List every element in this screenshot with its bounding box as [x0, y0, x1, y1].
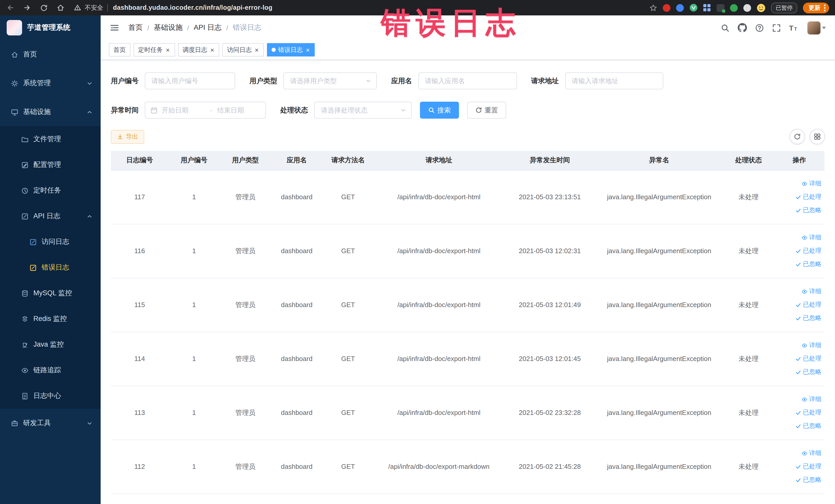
hamburger-icon[interactable]	[108, 21, 121, 35]
sidebar-item-dev-tools[interactable]: 研发工具	[0, 409, 101, 438]
close-icon[interactable]: ×	[305, 46, 310, 53]
app-title: 芋道管理系统	[27, 23, 70, 32]
update-button[interactable]: 更新	[803, 2, 829, 13]
sidebar-item-config-mgmt[interactable]: 配置管理	[0, 152, 101, 178]
blue-extension-icon[interactable]	[676, 4, 684, 12]
process-status-select[interactable]: 请选择处理状态	[314, 102, 412, 119]
breadcrumb-api-log[interactable]: API 日志	[194, 23, 222, 32]
help-icon[interactable]	[755, 23, 764, 32]
paused-badge[interactable]: 已暂停	[771, 2, 797, 13]
clock-icon	[21, 186, 29, 195]
breadcrumb-infra[interactable]: 基础设施	[154, 23, 183, 32]
sidebar-item-file-mgmt[interactable]: 文件管理	[0, 126, 101, 152]
cell-user-id: 1	[168, 170, 220, 224]
close-icon[interactable]: ×	[165, 46, 170, 53]
col-method: 请求方法名	[322, 151, 374, 170]
sidebar-item-log-center[interactable]: 日志中心	[0, 383, 101, 409]
cell-status: 未处理	[723, 440, 774, 493]
search-icon[interactable]	[721, 23, 730, 32]
detail-link[interactable]: 详细	[801, 446, 821, 460]
exception-time-range-picker[interactable]: 开始日期 - 结束日期	[145, 102, 266, 119]
refresh-button[interactable]	[790, 129, 805, 144]
cell-status: 未处理	[723, 332, 774, 386]
sidebar-item-link-tracing[interactable]: 链路追踪	[0, 357, 101, 383]
url-bar[interactable]: dashboard.yudao.iocoder.cn/infra/log/api…	[113, 4, 272, 11]
tag-tab-access-log[interactable]: 访问日志×	[222, 43, 264, 57]
detail-link[interactable]: 详细	[801, 231, 821, 244]
home-icon	[10, 50, 19, 59]
mark-ignored-link[interactable]: 已忽略	[795, 311, 821, 325]
col-request-url: 请求地址	[374, 151, 504, 170]
breadcrumb-home[interactable]: 首页	[128, 23, 143, 32]
reload-icon[interactable]	[40, 4, 48, 12]
avatar[interactable]	[807, 21, 826, 35]
close-icon[interactable]: ×	[254, 46, 259, 53]
monitor-icon	[10, 108, 19, 116]
detail-link[interactable]: 详细	[801, 285, 821, 298]
mark-ignored-link[interactable]: 已忽略	[795, 473, 821, 486]
sidebar-item-api-log[interactable]: API 日志	[0, 203, 101, 229]
cell-user-id: 1	[168, 278, 220, 332]
sidebar-item-error-log[interactable]: 错误日志	[0, 255, 101, 280]
user-id-input[interactable]	[145, 73, 235, 89]
reset-button[interactable]: 重置	[467, 102, 506, 119]
app-name-input[interactable]	[418, 73, 517, 89]
chevron-up-icon	[87, 109, 93, 115]
mark-ignored-link[interactable]: 已忽略	[795, 258, 821, 271]
github-icon[interactable]	[738, 23, 747, 32]
mark-processed-link[interactable]: 已处理	[795, 406, 821, 419]
on-badge-extension-icon[interactable]	[717, 4, 725, 12]
mark-ignored-link[interactable]: 已忽略	[795, 419, 821, 432]
sidebar-item-scheduled-jobs[interactable]: 定时任务	[0, 178, 101, 203]
mark-ignored-link[interactable]: 已忽略	[795, 204, 821, 217]
mark-processed-link[interactable]: 已处理	[795, 298, 821, 311]
cell-exception-name: java.lang.IllegalArgumentException	[595, 224, 723, 278]
monkey-emoji-icon[interactable]	[757, 3, 766, 12]
forward-icon[interactable]	[23, 4, 31, 12]
home-icon[interactable]	[57, 4, 65, 12]
cell-user-type: 管理员	[220, 278, 271, 332]
sidebar-item-infra[interactable]: 基础设施	[0, 98, 101, 126]
sidebar-item-redis-monitor[interactable]: Redis 监控	[0, 306, 101, 332]
sidebar-item-access-log[interactable]: 访问日志	[0, 229, 101, 255]
red-extension-icon[interactable]	[663, 4, 670, 12]
bookmark-star-icon[interactable]	[649, 4, 657, 12]
font-size-icon[interactable]: TT	[789, 23, 799, 32]
back-icon[interactable]	[6, 4, 14, 12]
cell-status: 未处理	[723, 278, 774, 332]
detail-link[interactable]: 详细	[801, 392, 821, 406]
sidebar-item-java-monitor[interactable]: Java 监控	[0, 332, 101, 357]
export-button[interactable]: 导出	[111, 130, 144, 143]
column-settings-button[interactable]	[810, 129, 825, 144]
fullscreen-icon[interactable]	[772, 23, 781, 32]
site-security[interactable]: 不安全	[74, 3, 103, 12]
sidebar-item-home[interactable]: 首页	[0, 40, 101, 69]
tag-tab-scheduled-jobs[interactable]: 定时任务×	[134, 43, 175, 57]
cell-method: GET	[322, 170, 374, 224]
grid-extension-icon[interactable]	[703, 4, 711, 12]
edit-square-icon	[21, 212, 29, 220]
cell-method: GET	[322, 278, 374, 332]
app-logo[interactable]: 芋道管理系统	[0, 15, 101, 40]
detail-link[interactable]: 详细	[801, 339, 821, 352]
tag-tab-home[interactable]: 首页	[109, 43, 130, 57]
chevron-down-icon	[87, 420, 93, 426]
request-url-input[interactable]	[565, 73, 663, 89]
tag-tab-dispatch-log[interactable]: 调度日志×	[178, 43, 219, 57]
cell-user-type: 管理员	[220, 440, 271, 493]
close-icon[interactable]: ×	[210, 46, 215, 53]
search-button[interactable]: 搜索	[420, 102, 459, 119]
sidebar-item-system[interactable]: 系统管理	[0, 69, 101, 98]
mark-processed-link[interactable]: 已处理	[795, 244, 821, 258]
mark-processed-link[interactable]: 已处理	[795, 460, 821, 473]
user-type-select[interactable]: 请选择用户类型	[283, 73, 377, 89]
mark-processed-link[interactable]: 已处理	[795, 190, 821, 204]
detail-link[interactable]: 详细	[801, 177, 821, 190]
green-extension-icon[interactable]	[730, 4, 738, 12]
mark-processed-link[interactable]: 已处理	[795, 352, 821, 365]
gray-extension-icon[interactable]	[744, 4, 751, 12]
tag-tab-error-log[interactable]: 错误日志×	[267, 43, 315, 57]
sidebar-item-mysql-monitor[interactable]: MySQL 监控	[0, 280, 101, 306]
vue-devtools-icon[interactable]	[690, 4, 698, 12]
mark-ignored-link[interactable]: 已忽略	[795, 365, 821, 379]
